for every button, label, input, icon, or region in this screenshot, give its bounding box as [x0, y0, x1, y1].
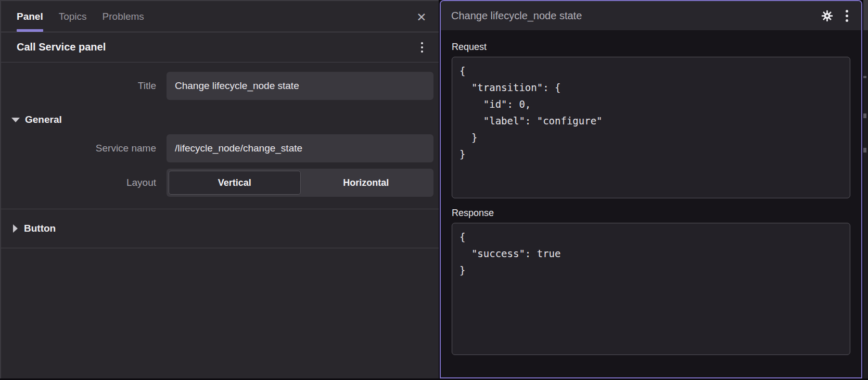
tab-panel[interactable]: Panel	[17, 1, 43, 32]
title-input[interactable]	[167, 72, 433, 100]
section-button-label: Button	[24, 223, 56, 234]
tab-topics-label: Topics	[59, 11, 87, 22]
tab-topics[interactable]: Topics	[59, 1, 87, 32]
tab-problems-label: Problems	[103, 11, 144, 22]
sidebar-section-header: Call Service panel	[1, 32, 439, 62]
settings-sidebar: Panel Topics Problems ✕ Call Service pan…	[0, 0, 439, 378]
clipped-glyph-fragment	[863, 113, 866, 118]
title-label: Title	[1, 80, 156, 92]
close-icon[interactable]: ✕	[414, 9, 429, 25]
response-label: Response	[452, 208, 850, 219]
app-root: Panel Topics Problems ✕ Call Service pan…	[0, 0, 868, 380]
layout-field-row: Layout Vertical Horizontal	[1, 169, 439, 197]
call-service-panel-header[interactable]: Change lifecycle_node state	[441, 1, 861, 30]
request-editor[interactable]: { "transition": { "id": 0, "label": "con…	[452, 57, 850, 198]
gear-icon[interactable]	[818, 6, 836, 25]
layout-option-horizontal[interactable]: Horizontal	[301, 171, 432, 195]
title-field-row: Title	[1, 72, 439, 100]
clipped-glyph-fragment	[863, 76, 866, 78]
adjacent-panel-sliver	[863, 0, 868, 378]
panel-title: Change lifecycle_node state	[451, 10, 818, 22]
request-label: Request	[452, 42, 850, 53]
layout-segmented-control: Vertical Horizontal	[167, 169, 433, 197]
chevron-right-icon	[13, 224, 18, 233]
layout-label: Layout	[1, 177, 156, 188]
call-service-panel-body: Request { "transition": { "id": 0, "labe…	[441, 30, 861, 355]
section-general[interactable]: General	[1, 108, 439, 131]
section-general-label: General	[25, 114, 62, 125]
sidebar-title: Call Service panel	[17, 41, 415, 53]
panel-menu-icon[interactable]	[839, 7, 854, 24]
settings-fields: Title General Service name Layout	[1, 62, 439, 197]
service-name-field-row: Service name	[1, 134, 439, 162]
response-viewer: { "success": true }	[452, 223, 850, 355]
service-name-label: Service name	[1, 143, 156, 154]
tab-problems[interactable]: Problems	[103, 1, 144, 32]
section-button[interactable]: Button	[1, 209, 439, 248]
clipped-glyph-fragment	[863, 148, 866, 153]
sidebar-tabbar: Panel Topics Problems ✕	[1, 1, 439, 32]
divider	[1, 248, 439, 248]
sidebar-menu-icon[interactable]	[415, 39, 429, 56]
adjacent-panel-header-sliver	[863, 0, 868, 30]
call-service-panel[interactable]: Change lifecycle_node state	[440, 0, 862, 378]
chevron-down-icon	[11, 118, 20, 122]
service-name-input[interactable]	[167, 134, 433, 162]
tab-panel-label: Panel	[17, 11, 43, 22]
layout-option-vertical[interactable]: Vertical	[169, 171, 301, 195]
